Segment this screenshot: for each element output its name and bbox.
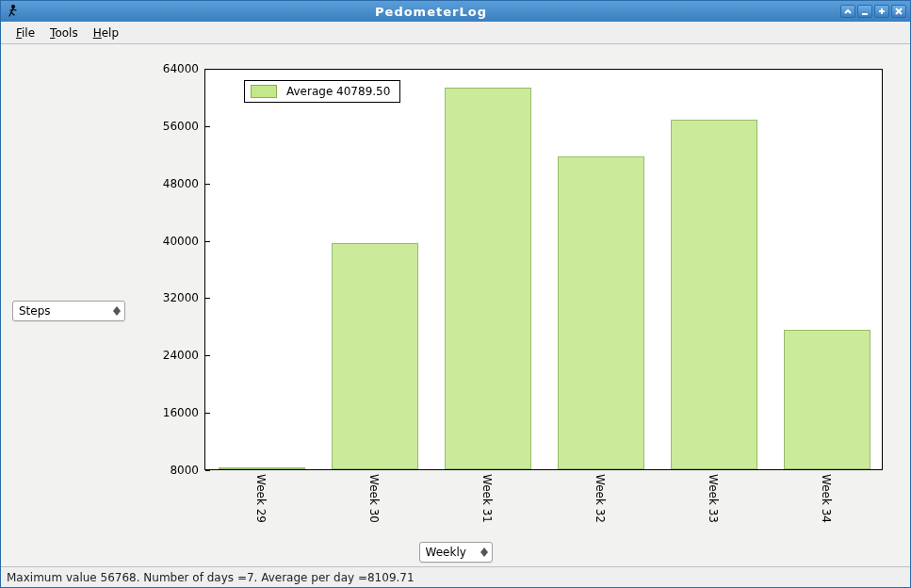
updown-icon [113,306,121,316]
metric-select-value: Steps [19,304,107,318]
close-button[interactable] [891,5,906,18]
y-tick-label: 48000 [163,177,204,190]
x-tick-label: Week 34 [820,474,833,523]
interval-select[interactable]: Weekly [419,542,493,563]
menu-tools[interactable]: Tools [42,24,86,41]
svg-point-0 [12,6,15,8]
left-panel: Steps [1,44,152,538]
window-buttons [838,5,910,18]
below-chart: Weekly [1,538,910,566]
menubar: File Tools Help [1,22,910,44]
y-tick-label: 24000 [163,349,204,362]
status-bar: Maximum value 56768. Number of days =7. … [1,566,910,587]
legend-label: Average 40789.50 [286,85,390,98]
menu-file[interactable]: File [8,24,42,41]
y-tick-label: 64000 [163,62,204,75]
chart-legend: Average 40789.50 [244,80,400,103]
status-text: Maximum value 56768. Number of days =7. … [7,571,415,584]
y-tick-label: 40000 [163,235,204,248]
chart-plot [204,69,883,470]
chart-bar [784,330,870,469]
x-tick-label: Week 30 [367,474,381,523]
shade-button[interactable] [840,5,855,18]
chart-bar [445,88,530,469]
metric-select[interactable]: Steps [12,301,125,321]
chart-bar [671,120,756,469]
app-icon [5,4,20,19]
minimize-button[interactable] [857,5,872,18]
window-title: PedometerLog [24,5,838,19]
x-tick-label: Week 31 [480,474,494,523]
chart-bar [558,156,643,469]
y-tick-label: 8000 [170,464,204,477]
legend-swatch [251,85,277,98]
maximize-button[interactable] [874,5,889,18]
interval-select-value: Weekly [426,546,475,559]
chart-area: 800016000240003200040000480005600064000 … [152,44,910,538]
client-area: Steps 8000160002400032000400004800056000… [1,44,910,566]
y-tick-label: 16000 [163,406,204,419]
menu-help[interactable]: Help [86,24,126,41]
chart-bar [219,467,304,469]
updown-icon [480,547,488,557]
chart-bar [332,243,417,469]
x-tick-label: Week 29 [254,474,268,523]
chart-canvas: 800016000240003200040000480005600064000 … [152,56,903,538]
window-titlebar: PedometerLog [1,1,910,22]
x-tick-label: Week 32 [594,474,607,523]
x-tick-label: Week 33 [707,474,720,523]
y-tick-label: 32000 [163,291,204,304]
y-tick-label: 56000 [163,120,204,133]
